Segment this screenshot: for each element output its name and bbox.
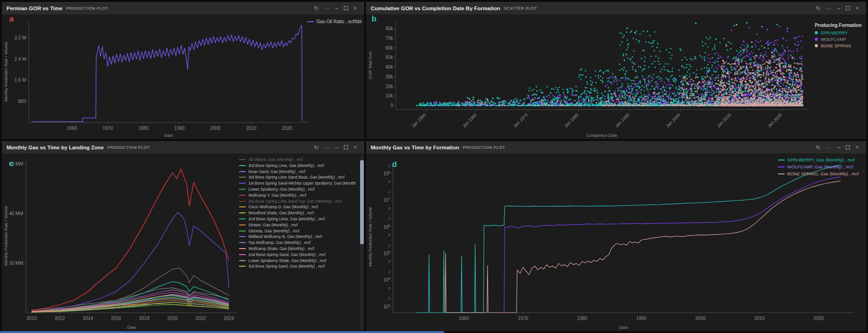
legend-item[interactable]: Top Wolfcamp, Gas (Monthly) , mcf (239, 240, 356, 245)
legend-item[interactable]: 2nd Bone Spring Lime, Gas (Monthly) , mc… (239, 217, 356, 221)
panel-header: Monthly Gas vs Time by Formation PRODUCT… (366, 141, 866, 154)
minimize-icon[interactable]: – (332, 6, 341, 11)
svg-text:5: 5 (388, 206, 390, 211)
panel-cumulative-gor-scatter: Cumulative GOR vs Completion Date By For… (366, 2, 866, 139)
legend-item[interactable]: Wolfcamp Shale, Gas (Monthly) , mcf (239, 246, 356, 251)
legend-item[interactable]: 3rd Bone Spring Lime, Gas (Monthly) , mc… (239, 163, 356, 168)
svg-text:2010: 2010 (754, 316, 765, 321)
expand-icon[interactable] (341, 6, 351, 11)
svg-text:2018: 2018 (139, 316, 150, 321)
minimize-icon[interactable]: – (834, 145, 843, 150)
svg-text:2000: 2000 (695, 316, 706, 321)
chart-area-formation[interactable]: d 19601970198019902000201020201032510425… (366, 154, 866, 331)
legend-dot-swatch (815, 38, 818, 41)
expand-icon[interactable] (843, 6, 853, 11)
legend-item[interactable]: BONE SPRING, Gas (Monthly) , mcf (778, 171, 859, 176)
legend-label: WOLFCAMP (821, 37, 846, 42)
legend-item[interactable]: Wolfcamp Y, Gas (Monthly) , mcf (239, 193, 356, 198)
legend-title: Producing Formation (815, 23, 862, 28)
svg-text:5: 5 (388, 179, 390, 184)
legend-label: Wolfcamp Y, Gas (Monthly) , mcf (248, 193, 306, 198)
legend-item[interactable]: Cisco Wolfcamp D, Gas (Monthly) , mcf (239, 205, 356, 209)
legend-label: Dean Sand, Gas (Monthly) , mcf (248, 169, 305, 174)
chart-area-landing-zone[interactable]: c 2010201220142016201820202022202420 MM4… (2, 154, 364, 331)
svg-text:Date: Date (127, 325, 136, 330)
legend-item[interactable]: SPRABERRY (815, 30, 862, 35)
legend-item[interactable]: 1st Bone Spring Sand-Wichita Upper Sprab… (239, 181, 356, 186)
close-icon[interactable]: × (853, 6, 862, 11)
legend-dot-swatch (815, 31, 818, 34)
legend-item[interactable]: WOLFCAMP (815, 37, 862, 42)
gor-completion-date-scatter-chart[interactable]: Jan 1950Jan 1960Jan 1970Jan 1980Jan 1990… (366, 14, 866, 139)
svg-text:Jan 2020: Jan 2020 (767, 112, 783, 128)
more-icon[interactable]: ··· (823, 6, 834, 11)
svg-text:Jan 1960: Jan 1960 (462, 112, 478, 128)
more-icon[interactable]: ··· (823, 145, 834, 150)
legend-scrollbar-thumb[interactable] (360, 160, 364, 244)
legend-item[interactable]: BONE SPRING (815, 43, 862, 48)
more-icon[interactable]: ··· (321, 6, 332, 11)
svg-text:1990: 1990 (174, 126, 185, 131)
more-icon[interactable]: ··· (321, 145, 332, 150)
legend-item[interactable]: All Others, Gas (Monthly) , mcf (239, 157, 356, 162)
close-icon[interactable]: × (853, 145, 862, 150)
svg-text:2000: 2000 (210, 126, 221, 131)
refresh-icon[interactable]: ↻ (813, 145, 823, 150)
expand-icon[interactable] (843, 145, 853, 150)
svg-text:1980: 1980 (139, 126, 149, 131)
legend-item[interactable]: 2nd Bone Spring Sand, Gas (Monthly) , mc… (239, 252, 356, 257)
chart-area-gor[interactable]: a 19601970198019902000201020208001.6 M2.… (2, 14, 364, 139)
legend-item[interactable]: 3rd Bone Spring Lime Sand Top, Gas (Mont… (239, 199, 356, 204)
svg-text:0: 0 (390, 103, 393, 108)
legend-item[interactable]: 3rd Bone Spring Sand, Gas (Monthly) , mc… (239, 264, 356, 269)
legend-label: 3rd Bone Spring Sand, Gas (Monthly) , mc… (248, 264, 324, 269)
minimize-icon[interactable]: – (834, 6, 843, 11)
legend-item[interactable]: Gas-Oil Ratio , scf/bbl (307, 19, 361, 24)
legend-label: Top Wolfcamp, Gas (Monthly) , mcf (248, 240, 310, 245)
svg-text:60k: 60k (386, 45, 393, 51)
svg-text:20 MM: 20 MM (9, 261, 23, 266)
legend-label: Midland Wolfcamp B, Gas (Monthly) , mcf (248, 234, 322, 239)
svg-text:2022: 2022 (196, 316, 206, 321)
refresh-icon[interactable]: ↻ (813, 6, 823, 11)
svg-text:5: 5 (388, 259, 390, 263)
legend-item[interactable]: Woodford Shale, Gas (Monthly) , mcf (239, 211, 356, 215)
horizontal-scrollbar-thumb[interactable] (0, 331, 444, 333)
svg-text:Jan 1970: Jan 1970 (512, 112, 528, 128)
legend-item[interactable]: SPRABERRY, Gas (Monthly) , mcf (778, 157, 859, 162)
legend-item[interactable]: Lower Spraberry, Gas (Monthly) , mcf (239, 187, 356, 192)
monthly-gas-formation-log-line-chart[interactable]: 1960197019801990200020102020103251042510… (366, 154, 866, 331)
expand-icon[interactable] (341, 145, 351, 150)
refresh-icon[interactable]: ↻ (311, 145, 321, 150)
svg-text:2: 2 (388, 190, 390, 194)
legend-line-swatch (239, 254, 246, 255)
svg-text:108: 108 (383, 171, 390, 176)
legend-line-swatch (239, 201, 246, 202)
chart-area-scatter[interactable]: b Jan 1950Jan 1960Jan 1970Jan 1980Jan 19… (366, 14, 866, 139)
svg-text:70k: 70k (386, 36, 393, 41)
legend-item[interactable]: Dean Sand, Gas (Monthly) , mcf (239, 169, 356, 174)
legend-item[interactable]: Lower Spraberry Shale, Gas (Monthly) , m… (239, 258, 356, 263)
legend-scrollbar-track[interactable] (360, 154, 364, 330)
annotation-letter: d (392, 160, 397, 169)
close-icon[interactable]: × (351, 145, 360, 150)
svg-text:80k: 80k (386, 26, 393, 31)
gor-vs-time-line-chart[interactable]: 19601970198019902000201020208001.6 M2.4 … (2, 14, 364, 139)
svg-text:2012: 2012 (55, 316, 65, 321)
svg-text:10k: 10k (386, 93, 393, 98)
legend-line-swatch (239, 242, 246, 243)
close-icon[interactable]: × (351, 6, 360, 11)
refresh-icon[interactable]: ↻ (311, 6, 321, 11)
legend-dot-swatch (815, 44, 818, 47)
minimize-icon[interactable]: – (332, 145, 341, 150)
legend-item[interactable]: Glorieta, Gas (Monthly) , mcf (239, 229, 356, 233)
legend-line-swatch (239, 206, 246, 207)
legend-item[interactable]: 3rd Bone Spring Lime Sand Base, Gas (Mon… (239, 175, 356, 179)
legend-item[interactable]: Strawn, Gas (Monthly) , mcf (239, 223, 356, 227)
legend-label: Gas-Oil Ratio , scf/bbl (317, 19, 361, 24)
legend-label: SPRABERRY, Gas (Monthly) , mcf (787, 157, 855, 162)
legend-item[interactable]: Midland Wolfcamp B, Gas (Monthly) , mcf (239, 234, 356, 239)
legend-line-swatch (239, 218, 246, 219)
legend-line-swatch (239, 177, 246, 178)
legend-item[interactable]: WOLFCAMP, Gas (Monthly) , mcf (778, 164, 859, 169)
